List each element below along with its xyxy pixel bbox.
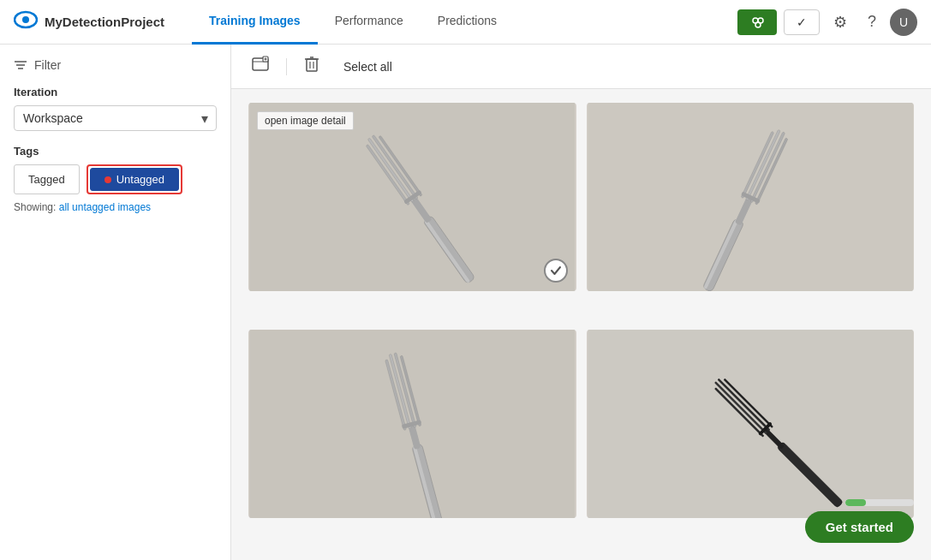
fork-image-1: [248, 103, 576, 291]
select-all-button[interactable]: Select all: [337, 57, 399, 77]
delete-button[interactable]: [301, 52, 323, 80]
progress-fill: [845, 499, 866, 506]
untagged-button[interactable]: Untagged: [90, 168, 179, 191]
add-images-icon: [252, 56, 269, 73]
image-card-2[interactable]: [587, 103, 915, 291]
untagged-button-wrapper: Untagged: [87, 164, 182, 194]
showing-link[interactable]: all untagged images: [59, 201, 151, 213]
help-icon: ?: [868, 13, 876, 30]
add-images-button[interactable]: [248, 52, 272, 80]
tags-section: Tags Tagged Untagged Showing: all untagg…: [14, 145, 217, 213]
svg-point-4: [755, 22, 761, 27]
untagged-label: Untagged: [116, 173, 164, 186]
showing-text: Showing: all untagged images: [14, 201, 217, 213]
check-icon-1: [549, 264, 563, 277]
app-logo-icon: [14, 8, 38, 37]
progress-bar-row: [845, 499, 914, 506]
image-card-4[interactable]: [587, 330, 915, 518]
project-name: MyDetectionProject: [45, 15, 164, 29]
svg-point-1: [22, 16, 29, 23]
help-button[interactable]: ?: [861, 9, 883, 34]
filter-row[interactable]: Filter: [14, 58, 217, 72]
main-nav: Training Images Performance Predictions: [192, 0, 737, 45]
header-actions: ✓ ⚙ ? U: [737, 9, 917, 36]
sidebar: Filter Iteration Workspace Tags Tagged U…: [0, 45, 231, 560]
svg-rect-13: [307, 59, 317, 71]
check-button[interactable]: ✓: [784, 9, 820, 35]
main-area: Select all: [231, 45, 931, 560]
filter-label: Filter: [34, 58, 61, 72]
filter-icon: [14, 58, 27, 72]
avatar-label: U: [899, 15, 908, 29]
tags-section-title: Tags: [14, 145, 217, 158]
nav-predictions[interactable]: Predictions: [421, 0, 514, 45]
image-card-3[interactable]: [248, 330, 576, 518]
train-icon: [749, 15, 765, 30]
fork-image-2: [587, 103, 915, 291]
iteration-dropdown[interactable]: Workspace: [14, 105, 217, 131]
iteration-section-title: Iteration: [14, 86, 217, 98]
toolbar: Select all: [231, 45, 931, 89]
fork-image-3: [248, 330, 576, 518]
toolbar-separator: [286, 58, 287, 75]
nav-training-images[interactable]: Training Images: [192, 0, 318, 45]
header: MyDetectionProject Training Images Perfo…: [0, 0, 931, 45]
image-check-1[interactable]: [544, 259, 568, 283]
settings-button[interactable]: ⚙: [827, 9, 854, 35]
fork-image-4: [587, 330, 915, 518]
tagged-button[interactable]: Tagged: [14, 164, 80, 194]
get-started-button[interactable]: Get started: [805, 511, 914, 543]
nav-performance[interactable]: Performance: [318, 0, 421, 45]
tags-buttons: Tagged Untagged: [14, 164, 217, 194]
iteration-dropdown-wrapper[interactable]: Workspace: [14, 105, 217, 131]
untagged-dot: [104, 176, 111, 183]
settings-icon: ⚙: [833, 14, 847, 31]
check-icon: ✓: [797, 15, 807, 29]
image-card-1[interactable]: open image detail: [248, 103, 576, 291]
train-button[interactable]: [737, 9, 777, 35]
images-grid: open image detail: [231, 89, 931, 560]
user-avatar[interactable]: U: [890, 9, 917, 36]
progress-track: [845, 499, 914, 506]
get-started-bar: Get started: [805, 499, 914, 543]
delete-icon: [304, 56, 319, 73]
content-area: Filter Iteration Workspace Tags Tagged U…: [0, 45, 931, 560]
